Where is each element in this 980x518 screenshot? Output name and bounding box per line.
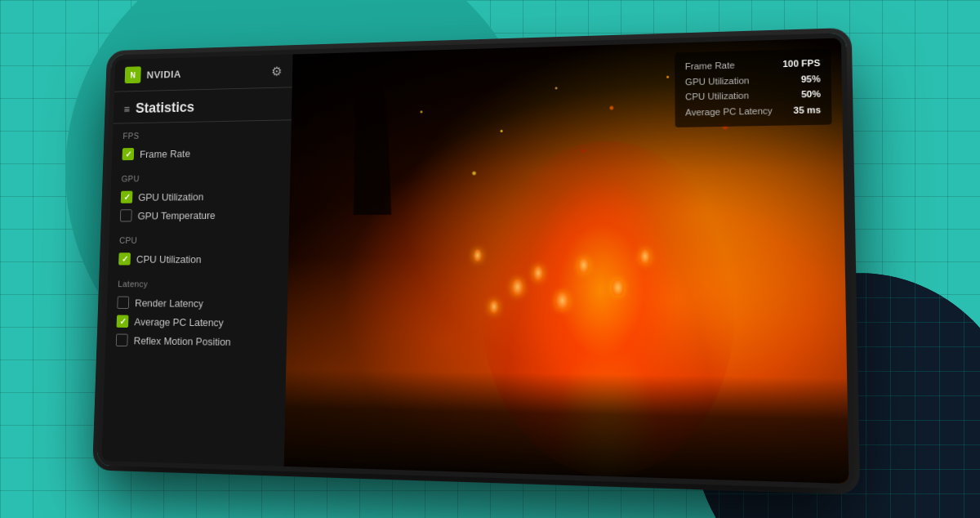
hud-gpu-util-value: 95% (801, 71, 821, 87)
render-latency-checkbox[interactable] (117, 297, 129, 309)
nvidia-logo: N NVIDIA (125, 65, 181, 83)
gpu-temperature-label: GPU Temperature (137, 209, 215, 221)
hud-frame-rate-key: Frame Rate (685, 58, 735, 74)
lantern-3 (555, 292, 568, 310)
hud-stats-overlay: Frame Rate 100 FPS GPU Utilization 95% C… (675, 48, 831, 127)
hud-frame-rate-value: 100 FPS (782, 56, 820, 72)
lantern-2 (533, 266, 543, 280)
lantern-4 (578, 257, 589, 273)
render-latency-item: Render Latency (117, 293, 277, 314)
hud-latency-value: 35 ms (793, 102, 821, 118)
sidebar-header: N NVIDIA ⚙ (114, 55, 293, 92)
settings-gear-icon[interactable]: ⚙ (271, 64, 282, 78)
gpu-section: GPU GPU Utilization GPU Temperature (109, 164, 291, 228)
monitor-screen: N NVIDIA ⚙ ≡ Statistics FPS Frame Rate (101, 38, 849, 484)
hud-gpu-util-key: GPU Utilization (685, 73, 750, 90)
lantern-1 (511, 279, 523, 295)
cpu-utilization-label: CPU Utilization (136, 253, 202, 265)
frame-rate-checkbox[interactable] (122, 148, 134, 160)
cpu-section: CPU CPU Utilization (108, 227, 289, 271)
avg-pc-latency-item: Average PC Latency (116, 312, 276, 333)
avg-pc-latency-checkbox[interactable] (117, 315, 129, 328)
latency-section-label: Latency (118, 279, 277, 289)
hud-cpu-util-value: 50% (801, 87, 821, 103)
latency-section: Latency Render Latency Average PC Latenc… (105, 271, 288, 355)
fps-section-label: FPS (122, 128, 280, 141)
gpu-utilization-label: GPU Utilization (138, 190, 203, 203)
hud-latency-key: Average PC Latency (685, 103, 773, 120)
cpu-utilization-checkbox[interactable] (118, 252, 131, 265)
gpu-temperature-item: GPU Temperature (120, 205, 279, 225)
nvidia-brand-label: NVIDIA (146, 68, 181, 80)
nvidia-logo-icon: N (125, 66, 141, 83)
reflex-motion-label: Reflex Motion Position (133, 334, 230, 347)
gpu-utilization-checkbox[interactable] (121, 191, 133, 203)
frame-rate-label: Frame Rate (140, 147, 190, 159)
lantern-7 (640, 248, 651, 263)
lantern-5 (489, 300, 498, 313)
lantern-6 (612, 279, 624, 296)
gpu-temperature-checkbox[interactable] (120, 209, 132, 221)
hamburger-menu-icon[interactable]: ≡ (123, 103, 130, 115)
lantern-8 (474, 249, 482, 261)
reflex-motion-checkbox[interactable] (116, 334, 128, 347)
render-latency-label: Render Latency (135, 297, 203, 309)
hud-cpu-util-key: CPU Utilization (685, 88, 749, 105)
sidebar: N NVIDIA ⚙ ≡ Statistics FPS Frame Rate (101, 55, 292, 467)
gpu-section-label: GPU (121, 172, 279, 184)
sidebar-title: Statistics (136, 99, 195, 116)
monitor-bezel: N NVIDIA ⚙ ≡ Statistics FPS Frame Rate (97, 33, 855, 489)
hud-row-latency: Average PC Latency 35 ms (685, 102, 821, 120)
cpu-utilization-item: CPU Utilization (118, 249, 278, 268)
fps-section: FPS Frame Rate (112, 120, 292, 167)
cpu-section-label: CPU (119, 235, 278, 245)
game-screen: Frame Rate 100 FPS GPU Utilization 95% C… (284, 38, 849, 484)
monitor: N NVIDIA ⚙ ≡ Statistics FPS Frame Rate (97, 33, 855, 489)
frame-rate-item: Frame Rate (122, 142, 280, 163)
crowd-silhouette (284, 368, 849, 484)
reflex-motion-item: Reflex Motion Position (116, 331, 276, 352)
gpu-utilization-item: GPU Utilization (121, 186, 279, 207)
avg-pc-latency-label: Average PC Latency (134, 315, 224, 328)
sidebar-title-row: ≡ Statistics (114, 87, 292, 123)
